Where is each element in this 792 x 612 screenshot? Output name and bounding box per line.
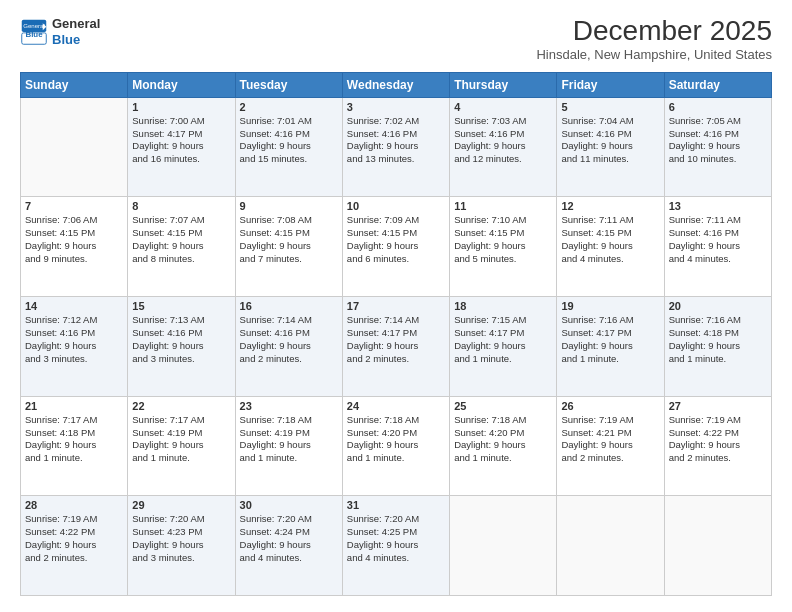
day-number: 16 (240, 300, 338, 312)
calendar-cell: 31Sunrise: 7:20 AMSunset: 4:25 PMDayligh… (342, 496, 449, 596)
calendar-cell: 8Sunrise: 7:07 AMSunset: 4:15 PMDaylight… (128, 197, 235, 297)
calendar-cell: 11Sunrise: 7:10 AMSunset: 4:15 PMDayligh… (450, 197, 557, 297)
calendar-cell: 14Sunrise: 7:12 AMSunset: 4:16 PMDayligh… (21, 297, 128, 397)
day-info: Sunrise: 7:03 AMSunset: 4:16 PMDaylight:… (454, 115, 552, 166)
title-area: December 2025 Hinsdale, New Hampshire, U… (536, 16, 772, 62)
main-title: December 2025 (536, 16, 772, 47)
day-info: Sunrise: 7:19 AMSunset: 4:22 PMDaylight:… (25, 513, 123, 564)
day-info: Sunrise: 7:13 AMSunset: 4:16 PMDaylight:… (132, 314, 230, 365)
calendar-cell: 9Sunrise: 7:08 AMSunset: 4:15 PMDaylight… (235, 197, 342, 297)
calendar-week-row: 21Sunrise: 7:17 AMSunset: 4:18 PMDayligh… (21, 396, 772, 496)
calendar-cell: 22Sunrise: 7:17 AMSunset: 4:19 PMDayligh… (128, 396, 235, 496)
day-info: Sunrise: 7:09 AMSunset: 4:15 PMDaylight:… (347, 214, 445, 265)
day-number: 18 (454, 300, 552, 312)
svg-text:Blue: Blue (25, 30, 43, 39)
day-info: Sunrise: 7:18 AMSunset: 4:20 PMDaylight:… (347, 414, 445, 465)
day-info: Sunrise: 7:08 AMSunset: 4:15 PMDaylight:… (240, 214, 338, 265)
calendar-cell: 10Sunrise: 7:09 AMSunset: 4:15 PMDayligh… (342, 197, 449, 297)
day-number: 11 (454, 200, 552, 212)
day-info: Sunrise: 7:02 AMSunset: 4:16 PMDaylight:… (347, 115, 445, 166)
calendar-cell: 7Sunrise: 7:06 AMSunset: 4:15 PMDaylight… (21, 197, 128, 297)
day-number: 10 (347, 200, 445, 212)
day-number: 30 (240, 499, 338, 511)
day-info: Sunrise: 7:05 AMSunset: 4:16 PMDaylight:… (669, 115, 767, 166)
day-number: 6 (669, 101, 767, 113)
calendar-cell: 30Sunrise: 7:20 AMSunset: 4:24 PMDayligh… (235, 496, 342, 596)
day-info: Sunrise: 7:20 AMSunset: 4:25 PMDaylight:… (347, 513, 445, 564)
day-info: Sunrise: 7:00 AMSunset: 4:17 PMDaylight:… (132, 115, 230, 166)
day-info: Sunrise: 7:17 AMSunset: 4:18 PMDaylight:… (25, 414, 123, 465)
day-number: 20 (669, 300, 767, 312)
col-sunday: Sunday (21, 72, 128, 97)
calendar-cell: 18Sunrise: 7:15 AMSunset: 4:17 PMDayligh… (450, 297, 557, 397)
calendar-cell: 26Sunrise: 7:19 AMSunset: 4:21 PMDayligh… (557, 396, 664, 496)
day-info: Sunrise: 7:11 AMSunset: 4:15 PMDaylight:… (561, 214, 659, 265)
col-thursday: Thursday (450, 72, 557, 97)
day-info: Sunrise: 7:18 AMSunset: 4:19 PMDaylight:… (240, 414, 338, 465)
day-info: Sunrise: 7:20 AMSunset: 4:24 PMDaylight:… (240, 513, 338, 564)
day-number: 19 (561, 300, 659, 312)
calendar-cell: 12Sunrise: 7:11 AMSunset: 4:15 PMDayligh… (557, 197, 664, 297)
day-info: Sunrise: 7:20 AMSunset: 4:23 PMDaylight:… (132, 513, 230, 564)
calendar-cell: 24Sunrise: 7:18 AMSunset: 4:20 PMDayligh… (342, 396, 449, 496)
calendar-cell: 23Sunrise: 7:18 AMSunset: 4:19 PMDayligh… (235, 396, 342, 496)
day-number: 8 (132, 200, 230, 212)
calendar-cell (664, 496, 771, 596)
day-number: 3 (347, 101, 445, 113)
day-number: 28 (25, 499, 123, 511)
calendar-cell: 6Sunrise: 7:05 AMSunset: 4:16 PMDaylight… (664, 97, 771, 197)
day-info: Sunrise: 7:19 AMSunset: 4:22 PMDaylight:… (669, 414, 767, 465)
calendar-cell: 21Sunrise: 7:17 AMSunset: 4:18 PMDayligh… (21, 396, 128, 496)
calendar-week-row: 14Sunrise: 7:12 AMSunset: 4:16 PMDayligh… (21, 297, 772, 397)
day-info: Sunrise: 7:16 AMSunset: 4:17 PMDaylight:… (561, 314, 659, 365)
day-number: 1 (132, 101, 230, 113)
calendar-cell: 28Sunrise: 7:19 AMSunset: 4:22 PMDayligh… (21, 496, 128, 596)
calendar-cell: 2Sunrise: 7:01 AMSunset: 4:16 PMDaylight… (235, 97, 342, 197)
logo-icon: Blue General (20, 18, 48, 46)
day-number: 26 (561, 400, 659, 412)
day-info: Sunrise: 7:18 AMSunset: 4:20 PMDaylight:… (454, 414, 552, 465)
day-number: 4 (454, 101, 552, 113)
calendar-cell: 1Sunrise: 7:00 AMSunset: 4:17 PMDaylight… (128, 97, 235, 197)
calendar-week-row: 1Sunrise: 7:00 AMSunset: 4:17 PMDaylight… (21, 97, 772, 197)
col-saturday: Saturday (664, 72, 771, 97)
day-info: Sunrise: 7:10 AMSunset: 4:15 PMDaylight:… (454, 214, 552, 265)
day-number: 21 (25, 400, 123, 412)
day-info: Sunrise: 7:12 AMSunset: 4:16 PMDaylight:… (25, 314, 123, 365)
day-number: 17 (347, 300, 445, 312)
day-number: 5 (561, 101, 659, 113)
day-number: 9 (240, 200, 338, 212)
day-info: Sunrise: 7:06 AMSunset: 4:15 PMDaylight:… (25, 214, 123, 265)
day-info: Sunrise: 7:07 AMSunset: 4:15 PMDaylight:… (132, 214, 230, 265)
calendar-cell: 3Sunrise: 7:02 AMSunset: 4:16 PMDaylight… (342, 97, 449, 197)
day-number: 22 (132, 400, 230, 412)
day-number: 12 (561, 200, 659, 212)
header: Blue General General Blue December 2025 … (20, 16, 772, 62)
calendar-week-row: 7Sunrise: 7:06 AMSunset: 4:15 PMDaylight… (21, 197, 772, 297)
logo: Blue General General Blue (20, 16, 100, 47)
calendar-cell: 5Sunrise: 7:04 AMSunset: 4:16 PMDaylight… (557, 97, 664, 197)
day-number: 31 (347, 499, 445, 511)
col-friday: Friday (557, 72, 664, 97)
calendar-cell: 15Sunrise: 7:13 AMSunset: 4:16 PMDayligh… (128, 297, 235, 397)
day-number: 13 (669, 200, 767, 212)
day-number: 2 (240, 101, 338, 113)
calendar-cell: 27Sunrise: 7:19 AMSunset: 4:22 PMDayligh… (664, 396, 771, 496)
page: Blue General General Blue December 2025 … (0, 0, 792, 612)
calendar-cell (557, 496, 664, 596)
calendar-cell: 29Sunrise: 7:20 AMSunset: 4:23 PMDayligh… (128, 496, 235, 596)
calendar-header-row: Sunday Monday Tuesday Wednesday Thursday… (21, 72, 772, 97)
logo-line2: Blue (52, 32, 100, 48)
day-info: Sunrise: 7:11 AMSunset: 4:16 PMDaylight:… (669, 214, 767, 265)
day-number: 27 (669, 400, 767, 412)
logo-text: General Blue (52, 16, 100, 47)
day-info: Sunrise: 7:16 AMSunset: 4:18 PMDaylight:… (669, 314, 767, 365)
day-number: 15 (132, 300, 230, 312)
calendar-cell: 17Sunrise: 7:14 AMSunset: 4:17 PMDayligh… (342, 297, 449, 397)
day-info: Sunrise: 7:14 AMSunset: 4:17 PMDaylight:… (347, 314, 445, 365)
calendar-cell: 20Sunrise: 7:16 AMSunset: 4:18 PMDayligh… (664, 297, 771, 397)
day-info: Sunrise: 7:14 AMSunset: 4:16 PMDaylight:… (240, 314, 338, 365)
day-info: Sunrise: 7:01 AMSunset: 4:16 PMDaylight:… (240, 115, 338, 166)
day-number: 25 (454, 400, 552, 412)
calendar-cell: 25Sunrise: 7:18 AMSunset: 4:20 PMDayligh… (450, 396, 557, 496)
